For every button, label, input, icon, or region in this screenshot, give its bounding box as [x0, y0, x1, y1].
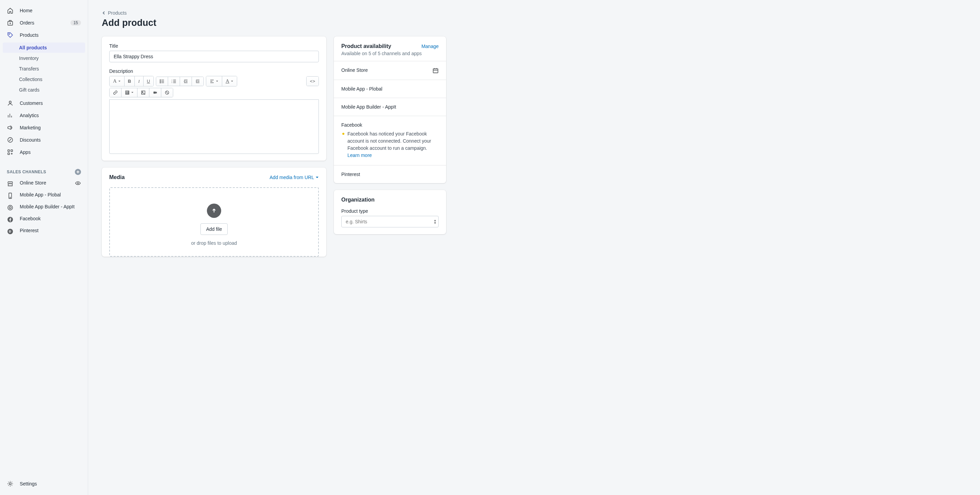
product-type-input[interactable] [341, 216, 439, 228]
manage-link[interactable]: Manage [421, 44, 439, 49]
bullet-list-button[interactable] [156, 77, 168, 86]
svg-point-15 [160, 80, 161, 80]
avail-appit[interactable]: Mobile App Builder - AppIt [334, 98, 446, 116]
svg-point-7 [77, 183, 79, 184]
channel-online-store[interactable]: Online Store [3, 178, 85, 189]
mobile-icon [7, 193, 14, 199]
breadcrumb[interactable]: Products [102, 10, 966, 16]
home-icon [7, 7, 14, 14]
clear-format-button[interactable] [161, 88, 173, 97]
nav-orders[interactable]: Orders 15 [3, 17, 85, 29]
nav-marketing[interactable]: Marketing [3, 122, 85, 134]
nav-discounts[interactable]: Discounts [3, 134, 85, 146]
add-file-button[interactable]: Add file [200, 223, 228, 235]
outdent-button[interactable] [180, 77, 192, 86]
nav-home[interactable]: Home [3, 5, 85, 16]
table-button[interactable] [121, 88, 137, 97]
sales-channels-header: SALES CHANNELS [3, 166, 85, 178]
orders-icon [7, 19, 14, 26]
nav-settings[interactable]: Settings [3, 478, 85, 490]
chevron-left-icon [102, 11, 106, 15]
channel-pinterest[interactable]: Pinterest [3, 225, 85, 237]
caret-down-icon [315, 176, 319, 179]
media-title: Media [109, 174, 124, 180]
nav-label: Settings [20, 481, 37, 487]
bold-button[interactable]: B [124, 76, 135, 86]
description-editor[interactable] [109, 99, 319, 154]
italic-button[interactable]: I [135, 76, 143, 86]
text-color-button[interactable]: A [222, 76, 237, 86]
nav-label: Apps [20, 150, 30, 155]
svg-point-23 [142, 92, 143, 92]
availability-card: Product availability Manage Available on… [334, 37, 446, 183]
svg-point-1 [9, 34, 10, 34]
calendar-icon[interactable] [433, 67, 439, 73]
main-content: Products Add product Title Description A… [88, 0, 980, 495]
discount-icon [7, 137, 14, 143]
svg-text:3: 3 [172, 82, 172, 83]
channel-facebook[interactable]: Facebook [3, 213, 85, 225]
caret-down-icon [118, 80, 121, 83]
store-icon [7, 180, 14, 187]
subnav-gift[interactable]: Gift cards [3, 85, 85, 95]
learn-more-link[interactable]: Learn more [347, 153, 372, 158]
nav-customers[interactable]: Customers [3, 97, 85, 109]
editor-toolbar: A B I U 123 [109, 76, 319, 86]
avail-facebook[interactable]: Facebook Facebook has noticed your Faceb… [334, 116, 446, 165]
number-list-button[interactable]: 123 [168, 77, 180, 86]
apps-icon [7, 149, 14, 156]
pinterest-icon [7, 228, 14, 235]
nav-label: Customers [20, 100, 43, 106]
eye-icon[interactable] [75, 180, 81, 186]
channel-label: Facebook [20, 216, 40, 221]
avail-pinterest[interactable]: Pinterest [334, 165, 446, 183]
subnav-transfers[interactable]: Transfers [3, 64, 85, 74]
svg-point-16 [160, 81, 161, 82]
products-subnav: All products Inventory Transfers Collect… [3, 42, 85, 95]
subnav-inventory[interactable]: Inventory [3, 53, 85, 63]
title-label: Title [109, 43, 319, 49]
font-style-button[interactable]: A [110, 76, 124, 86]
channel-label: Mobile App - Plobal [20, 192, 61, 197]
nav-products[interactable]: Products [3, 29, 85, 41]
link-button[interactable] [110, 88, 121, 97]
svg-point-2 [9, 101, 11, 103]
add-channel-button[interactable] [75, 169, 81, 175]
underline-button[interactable]: U [143, 76, 153, 86]
channel-label: Pinterest [20, 228, 38, 233]
align-button[interactable] [206, 76, 222, 86]
channel-label: Online Store [20, 180, 46, 186]
nav-label: Marketing [20, 125, 40, 131]
section-label: SALES CHANNELS [7, 170, 46, 174]
indent-button[interactable] [192, 77, 204, 86]
title-input[interactable] [109, 51, 319, 62]
channel-label: Mobile App Builder - AppIt [20, 204, 75, 209]
media-card: Media Add media from URL Add file or dro… [102, 167, 326, 257]
subnav-collections[interactable]: Collections [3, 74, 85, 84]
nav-analytics[interactable]: Analytics [3, 110, 85, 121]
add-media-url-button[interactable]: Add media from URL [269, 175, 319, 180]
image-button[interactable] [137, 88, 150, 97]
svg-rect-26 [433, 69, 438, 73]
nav-apps[interactable]: Apps [3, 146, 85, 158]
subnav-all-products[interactable]: All products [3, 43, 85, 53]
description-label: Description [109, 68, 319, 74]
avail-plobal[interactable]: Mobile App - Plobal [334, 80, 446, 98]
media-dropzone[interactable]: Add file or drop files to upload [109, 187, 319, 257]
product-details-card: Title Description A B I U [102, 37, 326, 161]
avail-online-store[interactable]: Online Store [334, 61, 446, 80]
orders-badge: 15 [70, 20, 81, 25]
megaphone-icon [7, 124, 14, 131]
channel-plobal[interactable]: Mobile App - Plobal [3, 189, 85, 202]
code-view-button[interactable]: <> [307, 76, 318, 86]
video-button[interactable] [150, 88, 161, 97]
analytics-icon [7, 112, 14, 119]
tag-icon [7, 32, 14, 38]
sidebar: Home Orders 15 Products All products Inv… [0, 0, 88, 495]
nav-label: Discounts [20, 137, 40, 143]
channel-appit[interactable]: Mobile App Builder - AppIt [3, 202, 85, 213]
nav-label: Orders [20, 20, 34, 25]
upload-icon [207, 204, 221, 218]
svg-rect-6 [8, 153, 10, 154]
nav-label: Analytics [20, 113, 39, 118]
